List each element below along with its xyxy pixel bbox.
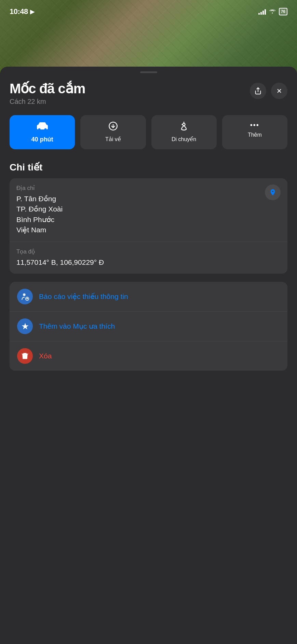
signal-bars xyxy=(258,9,266,15)
drag-handle[interactable] xyxy=(140,71,157,73)
delete-label: Xóa xyxy=(39,352,52,360)
svg-point-5 xyxy=(44,128,46,131)
status-time: 10:48 xyxy=(10,7,28,16)
address-content: Địa chỉ P. Tân Đồng TP. Đồng Xoài Bình P… xyxy=(16,184,63,235)
drive-icon xyxy=(36,121,49,133)
place-title: Mốc đã cắm xyxy=(10,81,85,96)
more-button[interactable]: ••• Thêm xyxy=(222,115,287,149)
coordinates-value: 11,57014° B, 106,90229° Đ xyxy=(16,257,281,268)
details-card: Địa chỉ P. Tân Đồng TP. Đồng Xoài Bình P… xyxy=(10,178,287,274)
favorite-icon: ★ xyxy=(17,318,33,334)
address-section: Địa chỉ P. Tân Đồng TP. Đồng Xoài Bình P… xyxy=(10,178,287,242)
location-icon: ▶ xyxy=(30,8,35,15)
address-label: Địa chỉ xyxy=(16,184,63,192)
download-label: Tải về xyxy=(105,136,121,142)
share-button[interactable] xyxy=(250,83,266,99)
move-icon xyxy=(179,121,189,133)
action-list: Báo cáo việc thiếu thông tin ★ Thêm vào … xyxy=(10,282,287,371)
coordinates-section: Tọa độ 11,57014° B, 106,90229° Đ xyxy=(10,242,287,274)
drive-button[interactable]: 40 phút xyxy=(10,115,75,149)
move-label: Di chuyển xyxy=(172,136,196,142)
svg-point-4 xyxy=(38,128,40,131)
address-line-3: Bình Phước xyxy=(16,215,63,225)
more-icon: ••• xyxy=(250,121,259,129)
header-buttons xyxy=(250,83,287,99)
delete-icon xyxy=(17,348,33,364)
svg-point-11 xyxy=(23,293,26,296)
favorite-label: Thêm vào Mục ưa thích xyxy=(39,322,115,330)
address-line-2: TP. Đồng Xoài xyxy=(16,204,63,214)
header-text: Mốc đã cắm Cách 22 km xyxy=(10,81,85,106)
bottom-sheet: Mốc đã cắm Cách 22 km xyxy=(0,67,297,644)
place-distance: Cách 22 km xyxy=(10,98,85,106)
report-icon xyxy=(17,289,33,304)
move-button[interactable]: Di chuyển xyxy=(151,115,217,149)
favorite-item[interactable]: ★ Thêm vào Mục ưa thích xyxy=(10,311,287,341)
coordinates-label: Tọa độ xyxy=(16,248,281,255)
drive-time: 40 phút xyxy=(31,136,53,143)
download-icon xyxy=(108,121,118,133)
address-line-1: P. Tân Đồng xyxy=(16,194,63,204)
report-label: Báo cáo việc thiếu thông tin xyxy=(39,292,128,301)
status-icons: 76 xyxy=(258,8,287,15)
action-buttons: 40 phút Tải về xyxy=(10,115,287,149)
status-bar: 10:48 ▶ 76 xyxy=(0,0,297,19)
address-line-4: Việt Nam xyxy=(16,225,63,235)
address-row: Địa chỉ P. Tân Đồng TP. Đồng Xoài Bình P… xyxy=(16,184,281,235)
delete-item[interactable]: Xóa xyxy=(10,341,287,371)
close-button[interactable] xyxy=(271,83,287,99)
section-title: Chi tiết xyxy=(10,162,287,173)
more-label: Thêm xyxy=(248,132,262,138)
download-button[interactable]: Tải về xyxy=(80,115,146,149)
battery-indicator: 76 xyxy=(279,8,287,15)
navigate-button[interactable] xyxy=(265,184,281,200)
place-header: Mốc đã cắm Cách 22 km xyxy=(10,81,287,106)
wifi-icon xyxy=(269,8,276,15)
report-item[interactable]: Báo cáo việc thiếu thông tin xyxy=(10,282,287,311)
address-value: P. Tân Đồng TP. Đồng Xoài Bình Phước Việ… xyxy=(16,194,63,235)
